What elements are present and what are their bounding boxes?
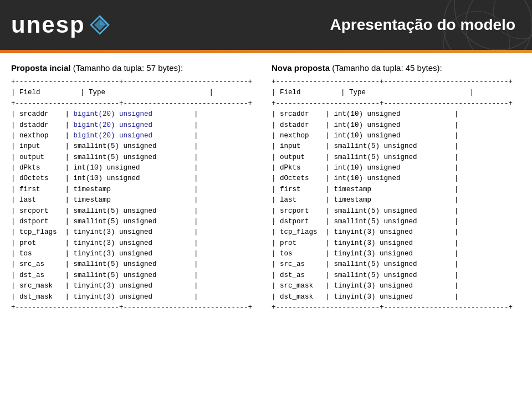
table-header-sep: +-------------------------+-------------… <box>272 99 521 109</box>
table-row: | tcp_flags | tinyint(3) unsigned | <box>272 227 521 238</box>
table-row: | dstport | smallint(5) unsigned | <box>272 217 521 227</box>
table-header-row: | Field| Type | <box>11 88 260 98</box>
table-row: | dPkts | int(10) unsigned | <box>11 163 260 173</box>
table-row: | dstaddr | int(10) unsigned | <box>272 120 521 131</box>
table-row: | dst_mask | tinyint(3) unsigned | <box>11 292 260 302</box>
table-row: | srcport | smallint(5) unsigned | <box>272 206 521 217</box>
table-row: | src_as | smallint(5) unsigned | <box>272 259 521 270</box>
left-panel-title: Proposta incial (Tamanho da tupla: 57 by… <box>11 63 260 73</box>
table-border-top: +-------------------------+-------------… <box>272 77 521 88</box>
table-row: | dOctets | int(10) unsigned | <box>272 173 521 184</box>
header: unesp Apresentação do modelo <box>0 0 532 50</box>
table-row: | tos | tinyint(3) unsigned | <box>272 249 521 259</box>
table-row: | nexthop | bigint(20) unsigned | <box>11 131 260 141</box>
table-row: | output | smallint(5) unsigned | <box>272 152 521 163</box>
table-row: | src_mask | tinyint(3) unsigned | <box>272 281 521 291</box>
table-row: | srcaddr | int(10) unsigned | <box>272 109 521 120</box>
right-panel-title: Nova proposta (Tamanho da tupla: 45 byte… <box>272 63 521 73</box>
table-row: | input | smallint(5) unsigned | <box>11 141 260 152</box>
table-row: | dstport | smallint(5) unsigned | <box>11 217 260 227</box>
table-border-bottom: +-------------------------+-------------… <box>11 302 260 313</box>
table-row: | prot | tinyint(3) unsigned | <box>272 238 521 249</box>
main-content: Proposta incial (Tamanho da tupla: 57 by… <box>0 53 532 319</box>
table-row: | prot | tinyint(3) unsigned | <box>11 238 260 249</box>
table-border-top: +-------------------------+-------------… <box>11 77 260 88</box>
logo-diamond-icon <box>90 15 110 35</box>
left-panel: Proposta incial (Tamanho da tupla: 57 by… <box>11 63 260 313</box>
table-row: | output | smallint(5) unsigned | <box>11 152 260 163</box>
table-row: | first | timestamp | <box>11 184 260 195</box>
table-row: | tcp_flags | tinyint(3) unsigned | <box>11 227 260 238</box>
table-row: | srcaddr | bigint(20) unsigned | <box>11 109 260 120</box>
table-header-row: | Field| Type | <box>272 88 521 98</box>
table-row: | dPkts | int(10) unsigned | <box>272 163 521 173</box>
table-row: | src_as | smallint(5) unsigned | <box>11 259 260 270</box>
right-panel: Nova proposta (Tamanho da tupla: 45 byte… <box>272 63 521 313</box>
header-title: Apresentação do modelo <box>330 16 515 34</box>
table-row: | input | smallint(5) unsigned | <box>272 141 521 152</box>
table-row: | dOctets | int(10) unsigned | <box>11 173 260 184</box>
table-row: | dstaddr | bigint(20) unsigned | <box>11 120 260 131</box>
table-row: | first | timestamp | <box>272 184 521 195</box>
table-row: | srcport | smallint(5) unsigned | <box>11 206 260 217</box>
table-row: | dst_as | smallint(5) unsigned | <box>272 270 521 281</box>
left-table: +-------------------------+-------------… <box>11 77 260 313</box>
table-row: | dst_as | smallint(5) unsigned | <box>11 270 260 281</box>
table-header-sep: +-------------------------+-------------… <box>11 99 260 109</box>
table-row: | nexthop | int(10) unsigned | <box>272 131 521 141</box>
logo: unesp <box>11 12 110 38</box>
table-border-bottom: +-------------------------+-------------… <box>272 302 521 313</box>
table-row: | last | timestamp | <box>272 195 521 206</box>
table-row: | dst_mask | tinyint(3) unsigned | <box>272 292 521 302</box>
right-table: +-------------------------+-------------… <box>272 77 521 313</box>
table-row: | tos | tinyint(3) unsigned | <box>11 249 260 259</box>
logo-text: unesp <box>11 12 85 38</box>
table-row: | src_mask | tinyint(3) unsigned | <box>11 281 260 291</box>
table-row: | last | timestamp | <box>11 195 260 206</box>
